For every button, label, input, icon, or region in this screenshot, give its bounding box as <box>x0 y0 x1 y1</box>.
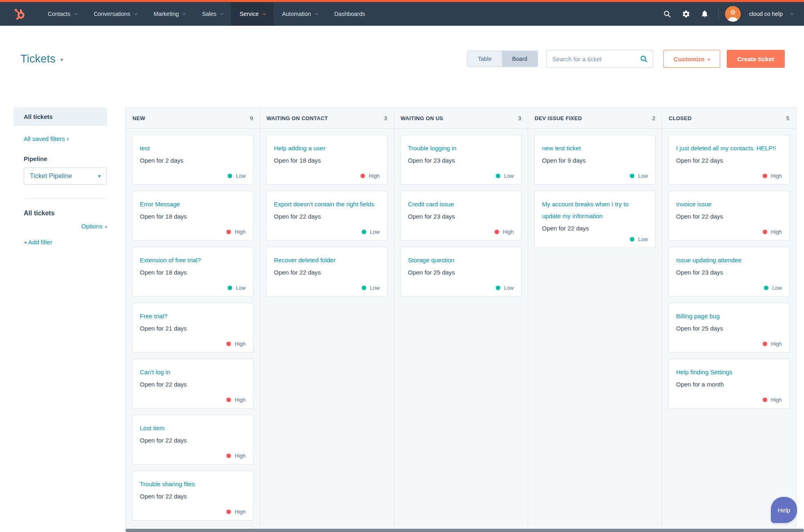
priority-label: Low <box>236 285 246 291</box>
ticket-card[interactable]: Error MessageOpen for 18 daysHigh <box>132 191 253 241</box>
nav-divider <box>718 8 719 20</box>
ticket-card[interactable]: Help adding a userOpen for 18 daysHigh <box>266 135 387 185</box>
column-body: I just deleted all my contacts. HELP!!Op… <box>662 129 796 529</box>
help-button[interactable]: Help <box>771 497 797 523</box>
ticket-card[interactable]: Trouble logging inOpen for 23 daysLow <box>400 135 522 185</box>
ticket-card[interactable]: My account breaks when I try to update m… <box>534 191 656 248</box>
ticket-card[interactable]: Storage questionOpen for 25 daysLow <box>400 247 522 297</box>
global-search-icon[interactable] <box>658 2 676 26</box>
ticket-priority: High <box>676 338 782 347</box>
ticket-title-link[interactable]: Recover deleted folder <box>274 254 380 266</box>
ticket-title-link[interactable]: Can't log in <box>140 366 246 378</box>
ticket-age: Open for 22 days <box>274 268 380 277</box>
ticket-title-link[interactable]: Lost item <box>140 422 246 434</box>
ticket-card[interactable]: Export doesn't contain the right fieldsO… <box>266 191 387 241</box>
horizontal-scrollbar[interactable] <box>125 529 804 532</box>
ticket-priority: Low <box>676 282 782 291</box>
table-view-button[interactable]: Table <box>468 51 502 67</box>
ticket-card[interactable]: Help finding SettingsOpen for a monthHig… <box>668 359 790 409</box>
add-filter-link[interactable]: +Add filter <box>24 239 107 246</box>
ticket-title-link[interactable]: Help adding a user <box>274 142 380 154</box>
ticket-search-input[interactable] <box>546 50 653 68</box>
ticket-title-link[interactable]: new test ticket <box>542 142 648 154</box>
create-ticket-button[interactable]: Create ticket <box>727 50 785 68</box>
priority-dot-icon <box>630 174 634 178</box>
ticket-card[interactable]: new test ticketOpen for 9 daysLow <box>534 135 656 185</box>
ticket-card[interactable]: Recover deleted folderOpen for 22 daysLo… <box>266 247 387 297</box>
ticket-card[interactable]: testOpen for 2 daysLow <box>132 135 253 185</box>
ticket-search-icon[interactable] <box>640 55 648 65</box>
priority-label: Low <box>504 285 514 291</box>
filters-sidebar: All tickets All saved filters› Pipeline … <box>13 107 107 532</box>
ticket-title-link[interactable]: I just deleted all my contacts. HELP!! <box>676 142 782 154</box>
ticket-age: Open for 22 days <box>140 436 246 445</box>
nav-item-label: Sales <box>202 11 216 17</box>
priority-dot-icon <box>763 230 767 234</box>
ticket-title-link[interactable]: Storage question <box>408 254 514 266</box>
column-name: WAITING ON US <box>401 115 443 121</box>
nav-item-label: Dashboards <box>334 11 365 17</box>
ticket-title-link[interactable]: Billing page bug <box>676 310 782 322</box>
ticket-title-link[interactable]: Free trial? <box>140 310 246 322</box>
ticket-card[interactable]: Issue updating attendeeOpen for 23 daysL… <box>668 247 790 297</box>
notifications-bell-icon[interactable] <box>695 2 714 26</box>
ticket-age: Open for 25 days <box>676 324 782 333</box>
ticket-title-link[interactable]: Issue updating attendee <box>676 254 782 266</box>
ticket-priority: Low <box>542 170 648 179</box>
nav-item-dashboards[interactable]: Dashboards <box>326 2 374 26</box>
ticket-card[interactable]: Billing page bugOpen for 25 daysHigh <box>668 303 790 353</box>
ticket-title-link[interactable]: Error Message <box>140 198 246 210</box>
ticket-title-link[interactable]: My account breaks when I try to update m… <box>542 198 648 222</box>
priority-label: High <box>369 173 380 179</box>
customize-button[interactable]: Customize ▾ <box>663 50 720 68</box>
priority-label: Low <box>638 173 648 179</box>
ticket-age: Open for 18 days <box>140 212 246 221</box>
nav-item-label: Automation <box>282 11 311 17</box>
ticket-title-link[interactable]: Help finding Settings <box>676 366 782 378</box>
account-chevron-down-icon <box>790 11 793 15</box>
account-name[interactable]: cloud co help <box>749 11 783 17</box>
ticket-card[interactable]: Can't log inOpen for 22 daysHigh <box>132 359 253 409</box>
ticket-title-link[interactable]: test <box>140 142 246 154</box>
nav-right-cluster: cloud co help <box>658 2 804 26</box>
board-view-button[interactable]: Board <box>502 51 537 67</box>
chevron-down-icon <box>220 11 223 15</box>
priority-label: Low <box>638 236 648 242</box>
pipeline-select[interactable]: Ticket Pipeline ▾ <box>24 168 107 185</box>
nav-item-service[interactable]: Service <box>231 2 273 26</box>
settings-gear-icon[interactable] <box>676 2 695 26</box>
nav-item-sales[interactable]: Sales <box>193 2 231 26</box>
ticket-title-link[interactable]: Trouble logging in <box>408 142 514 154</box>
ticket-title-link[interactable]: Invoice issue <box>676 198 782 210</box>
ticket-age: Open for 25 days <box>408 268 514 277</box>
page-title-dropdown[interactable]: Tickets ▾ <box>20 53 63 65</box>
user-avatar[interactable] <box>725 6 741 22</box>
hubspot-logo[interactable] <box>0 2 39 26</box>
column-header: DEV ISSUE FIXED2 <box>528 107 662 129</box>
all-saved-filters-link[interactable]: All saved filters› <box>24 135 69 143</box>
account-menu[interactable]: cloud co help <box>725 6 793 22</box>
ticket-card[interactable]: Free trial?Open for 21 daysHigh <box>132 303 253 353</box>
ticket-title-link[interactable]: Credit card issue <box>408 198 514 210</box>
ticket-card[interactable]: Lost itemOpen for 22 daysHigh <box>132 415 253 465</box>
nav-item-automation[interactable]: Automation <box>273 2 326 26</box>
ticket-title-link[interactable]: Extension of free trial? <box>140 254 246 266</box>
nav-item-marketing[interactable]: Marketing <box>145 2 193 26</box>
priority-dot-icon <box>226 230 231 234</box>
ticket-card[interactable]: Credit card issueOpen for 23 daysHigh <box>400 191 522 241</box>
chevron-down-icon <box>262 11 266 15</box>
ticket-card[interactable]: Extension of free trial?Open for 18 days… <box>132 247 253 297</box>
sidebar-item-all-tickets[interactable]: All tickets <box>13 107 107 126</box>
ticket-card[interactable]: I just deleted all my contacts. HELP!!Op… <box>668 135 790 185</box>
column-count: 2 <box>652 115 655 121</box>
priority-dot-icon <box>763 342 767 346</box>
ticket-title-link[interactable]: Export doesn't contain the right fields <box>274 198 380 210</box>
options-menu[interactable]: Options▾ <box>13 223 107 230</box>
ticket-priority: Low <box>542 233 648 242</box>
ticket-title-link[interactable]: Trouble sharing files <box>140 478 246 490</box>
page-title: Tickets <box>20 53 56 65</box>
nav-item-conversations[interactable]: Conversations <box>85 2 145 26</box>
nav-item-contacts[interactable]: Contacts <box>39 2 85 26</box>
ticket-card[interactable]: Invoice issueOpen for 22 daysHigh <box>668 191 790 241</box>
ticket-card[interactable]: Trouble sharing filesOpen for 22 daysHig… <box>132 471 253 521</box>
